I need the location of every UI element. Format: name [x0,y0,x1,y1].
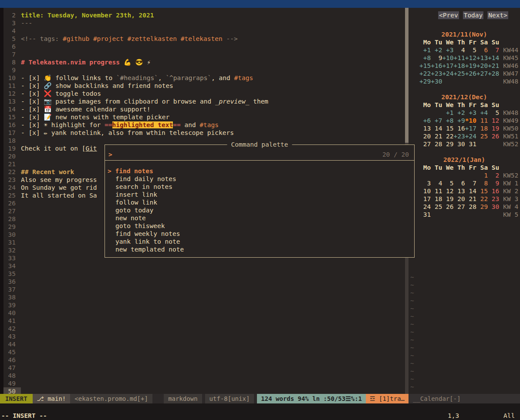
calendar-day[interactable]: +1 [442,109,453,117]
scrollbar-thumb[interactable] [405,8,409,143]
calendar-day[interactable]: 2 [488,171,499,179]
calendar-day[interactable]: 18 [476,124,488,132]
calendar-day[interactable]: 9 [488,179,499,187]
calendar-day[interactable]: 27 [419,140,431,148]
calendar-day[interactable]: 21 [431,132,442,140]
calendar-day[interactable]: 30 [488,203,499,211]
calendar-day[interactable]: 29 [442,140,453,148]
calendar-day[interactable]: 3 [419,179,431,187]
calendar-day[interactable]: +8 [442,117,453,124]
calendar-day[interactable]: +7 [431,117,442,124]
calendar-day[interactable]: 1 [476,171,488,179]
calendar-day[interactable]: 7 [465,179,476,187]
calendar-day[interactable]: 28 [465,203,476,211]
calendar-day[interactable]: 13 [419,124,431,132]
calendar-day[interactable]: 20 [454,195,465,203]
calendar-day[interactable]: +16 [431,62,442,70]
calendar-day[interactable]: *10 [465,117,476,124]
calendar-day[interactable]: +2 [454,109,465,117]
calendar-day[interactable]: +4 [476,109,488,117]
calendar-day[interactable]: 18 [431,195,442,203]
calendar-day[interactable]: 29 [476,203,488,211]
calendar-prev-button[interactable]: <Prev [438,11,459,19]
calendar-day[interactable]: +29 [419,77,431,85]
palette-item[interactable]: goto today [105,206,414,214]
palette-item[interactable]: yank link to note [105,238,414,245]
calendar-day[interactable]: 26 [488,132,499,140]
calendar-day[interactable]: 9 [431,54,442,62]
calendar-day[interactable]: +18 [454,62,465,70]
calendar-day[interactable]: +21 [488,62,499,70]
palette-item[interactable]: find weekly notes [105,230,414,238]
palette-item[interactable]: search in notes [105,183,414,191]
calendar-day[interactable]: 30 [454,140,465,148]
calendar-day[interactable]: +1 [419,46,431,54]
calendar-day[interactable]: 31 [465,140,476,148]
calendar-day[interactable]: +23 [431,70,442,77]
calendar-day[interactable]: 24 [419,203,431,211]
calendar-day[interactable]: 4 [454,46,465,54]
palette-item[interactable]: goto thisweek [105,222,414,230]
palette-item[interactable]: new note [105,214,414,222]
calendar-day[interactable]: 22 [476,195,488,203]
calendar-day[interactable]: +8 [419,54,431,62]
palette-item[interactable]: new templated note [105,245,414,253]
palette-item[interactable]: follow link [105,198,414,206]
calendar-day[interactable]: 10 [419,187,431,195]
calendar-day[interactable]: 6 [454,179,465,187]
calendar-day[interactable]: +3 [465,109,476,117]
calendar-day[interactable]: 5 [442,179,453,187]
calendar-day[interactable]: +20 [476,62,488,70]
calendar-day[interactable]: 19 [488,124,499,132]
calendar-day[interactable]: +12 [465,54,476,62]
calendar-day[interactable]: 20 [419,132,431,140]
calendar-day[interactable]: +13 [476,54,488,62]
calendar-day[interactable]: 16 [454,124,465,132]
calendar-day[interactable]: 26 [442,203,453,211]
command-line[interactable]: :lua require('telekasten').panel() [0,403,520,412]
calendar-day[interactable]: +24 [442,70,453,77]
calendar-day[interactable]: 14 [431,124,442,132]
calendar-day[interactable]: 16 [488,187,499,195]
calendar-day[interactable]: 14 [465,187,476,195]
calendar-day[interactable]: +30 [431,77,442,85]
palette-item[interactable]: > find notes [105,167,414,175]
calendar-day[interactable]: 31 [419,211,431,218]
calendar-day[interactable]: +6 [419,117,431,124]
calendar-day[interactable]: 23 [488,195,499,203]
calendar-day[interactable]: +27 [476,70,488,77]
calendar-day[interactable]: 22 [442,132,453,140]
calendar-day[interactable]: +9 [454,117,465,124]
calendar-day[interactable]: 28 [431,140,442,148]
calendar-day[interactable]: +28 [488,70,499,77]
calendar-day[interactable]: +19 [465,62,476,70]
calendar-day[interactable]: 12 [488,117,499,124]
calendar-day[interactable]: +3 [442,46,453,54]
calendar-day[interactable]: 17 [419,195,431,203]
calendar-day[interactable]: +25 [454,70,465,77]
calendar-day[interactable]: 11 [476,117,488,124]
calendar-day[interactable]: +10 [442,54,453,62]
calendar-day[interactable]: +23 [454,132,465,140]
calendar-day[interactable]: +22 [419,70,431,77]
calendar-today-button[interactable]: Today [463,11,484,19]
calendar-day[interactable]: 6 [476,46,488,54]
calendar-day[interactable]: +15 [419,62,431,70]
calendar-day[interactable]: +17 [465,124,476,132]
calendar-day[interactable]: 25 [431,203,442,211]
calendar-day[interactable]: +17 [442,62,453,70]
calendar-day[interactable]: 15 [442,124,453,132]
calendar-day[interactable]: +26 [465,70,476,77]
calendar-next-button[interactable]: Next> [487,11,508,19]
palette-item[interactable]: insert link [105,191,414,198]
palette-prompt-row[interactable]: > 20 / 20 [105,148,414,161]
calendar-day[interactable]: 8 [476,179,488,187]
calendar-day[interactable]: 11 [431,187,442,195]
calendar-day[interactable]: 25 [476,132,488,140]
calendar-day[interactable]: 7 [488,46,499,54]
calendar-day[interactable]: 19 [442,195,453,203]
calendar-day[interactable]: +14 [488,54,499,62]
calendar-day[interactable]: 15 [476,187,488,195]
calendar-day[interactable]: 5 [465,46,476,54]
calendar-day[interactable]: 13 [454,187,465,195]
